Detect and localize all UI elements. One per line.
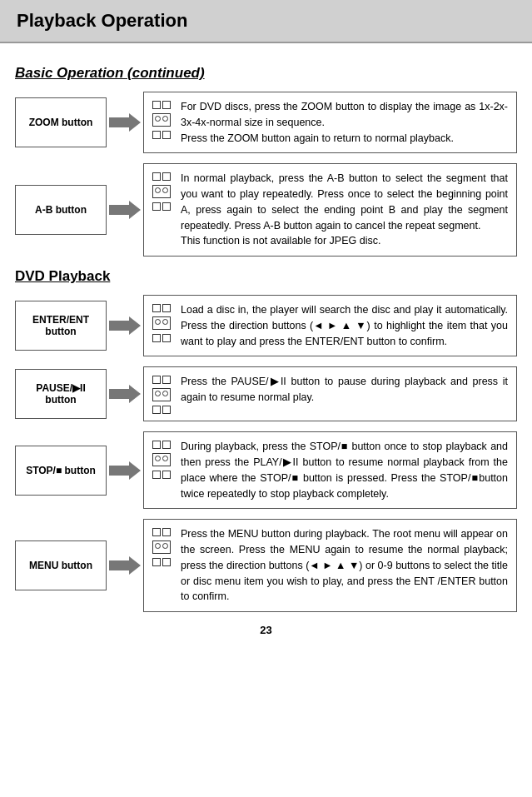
svg-marker-4 bbox=[109, 461, 141, 480]
dvd-section-title: DVD Playback bbox=[15, 268, 517, 285]
pause-dvd-icon bbox=[152, 374, 176, 414]
zoom-operation-row: ZOOM button bbox=[15, 92, 517, 153]
page-number: 23 bbox=[15, 624, 517, 636]
menu-button-label: MENU button bbox=[15, 540, 107, 590]
ab-operation-row: A-B button bbox=[15, 163, 517, 257]
basic-section-title: Basic Operation (continued) bbox=[15, 65, 517, 82]
ab-arrow bbox=[107, 200, 143, 220]
zoom-dvd-icon bbox=[152, 99, 176, 139]
pause-desc-text: Press the PAUSE/▶II button to pause duri… bbox=[181, 374, 508, 406]
svg-marker-0 bbox=[109, 113, 141, 132]
zoom-button-label: ZOOM button bbox=[15, 97, 107, 147]
svg-marker-2 bbox=[109, 316, 141, 335]
svg-marker-3 bbox=[109, 385, 141, 403]
stop-desc-text: During playback, press the STOP/■ button… bbox=[181, 439, 508, 501]
menu-dvd-icon bbox=[152, 526, 176, 566]
menu-operation-row: MENU button bbox=[15, 519, 517, 612]
stop-dvd-icon bbox=[152, 439, 176, 479]
pause-operation-row: PAUSE/▶II button bbox=[15, 366, 517, 421]
stop-arrow bbox=[107, 461, 143, 481]
ab-desc-text: In normal playback, press the A-B button… bbox=[181, 171, 508, 249]
svg-marker-5 bbox=[109, 556, 141, 575]
enter-desc-text: Load a disc in, the player will search t… bbox=[181, 302, 508, 349]
ab-button-label: A-B button bbox=[15, 185, 107, 235]
page-header: Playback Operation bbox=[0, 0, 532, 43]
zoom-arrow bbox=[107, 112, 143, 132]
zoom-desc-box: For DVD discs, press the ZOOM button to … bbox=[143, 92, 517, 153]
page-title: Playback Operation bbox=[17, 10, 515, 32]
enter-button-label: ENTER/ENT button bbox=[15, 301, 107, 351]
ab-dvd-icon bbox=[152, 171, 176, 211]
pause-desc-box: Press the PAUSE/▶II button to pause duri… bbox=[143, 366, 517, 421]
stop-desc-box: During playback, press the STOP/■ button… bbox=[143, 431, 517, 509]
stop-button-label: STOP/■ button bbox=[15, 446, 107, 496]
svg-marker-1 bbox=[109, 201, 141, 219]
menu-arrow bbox=[107, 555, 143, 575]
zoom-desc-text: For DVD discs, press the ZOOM button to … bbox=[181, 99, 508, 146]
pause-arrow bbox=[107, 384, 143, 404]
menu-desc-text: Press the MENU button during playback. T… bbox=[181, 526, 508, 605]
ab-desc-box: In normal playback, press the A-B button… bbox=[143, 163, 517, 257]
enter-desc-box: Load a disc in, the player will search t… bbox=[143, 295, 517, 356]
menu-desc-box: Press the MENU button during playback. T… bbox=[143, 519, 517, 612]
stop-operation-row: STOP/■ button bbox=[15, 431, 517, 509]
pause-button-label: PAUSE/▶II button bbox=[15, 369, 107, 419]
enter-operation-row: ENTER/ENT button bbox=[15, 295, 517, 356]
enter-dvd-icon bbox=[152, 302, 176, 342]
enter-arrow bbox=[107, 316, 143, 336]
